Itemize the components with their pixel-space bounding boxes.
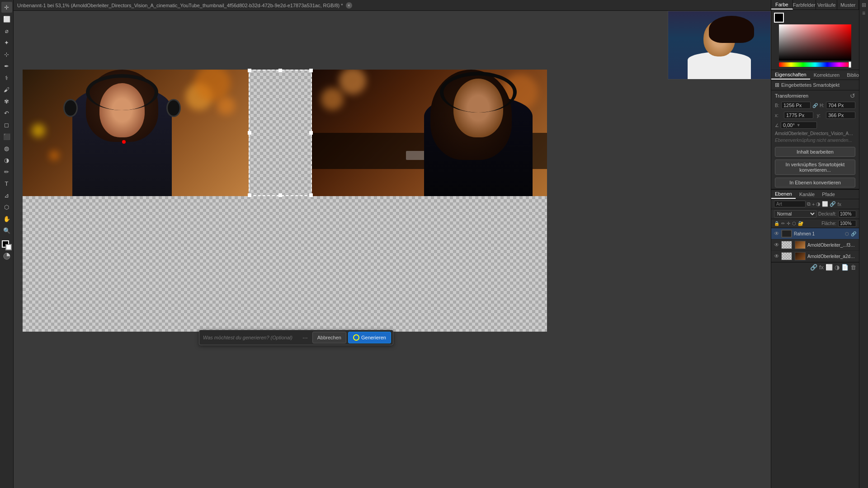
canvas-image-right — [312, 70, 547, 196]
gen-abbrechen-button[interactable]: Abbrechen — [312, 332, 346, 343]
handle-bm[interactable] — [278, 193, 282, 197]
lock-all-icon[interactable]: 🔐 — [798, 221, 803, 226]
gen-prompt-input[interactable] — [199, 335, 300, 340]
gen-generieren-button[interactable]: Generieren — [348, 332, 391, 343]
tool-marquee[interactable]: ⬜ — [1, 14, 12, 24]
woman-left-container — [59, 70, 185, 196]
tool-eraser[interactable]: ◻ — [1, 119, 12, 130]
foreground-color-swatch[interactable] — [774, 13, 784, 23]
angle-dropdown-icon[interactable]: ▼ — [797, 123, 801, 127]
tool-blur[interactable]: ◍ — [1, 143, 12, 154]
fg-bg-color-swatch[interactable] — [2, 240, 12, 250]
x-input[interactable] — [784, 112, 813, 119]
layer-thumb-img-1 — [795, 241, 806, 249]
convert-linked-button[interactable]: In verknüpftes Smartobjekt konvertieren.… — [775, 160, 855, 175]
gen-circle-icon — [353, 334, 359, 341]
gen-generieren-label: Generieren — [361, 335, 386, 340]
tool-history-brush[interactable]: ↶ — [1, 108, 12, 118]
tab-bibliotheken[interactable]: Bibliotheken — [843, 70, 859, 80]
mask-icon[interactable]: ⬜ — [822, 201, 828, 207]
canvas-board[interactable]: ··· Abbrechen Generieren — [23, 70, 547, 332]
tool-move[interactable]: ✛ — [1, 2, 12, 13]
height-input[interactable] — [826, 102, 855, 109]
transform-reset-button[interactable]: ↺ — [850, 92, 855, 99]
color-gradient-container[interactable] — [779, 24, 851, 65]
add-style-button[interactable]: fx — [819, 264, 824, 271]
handle-tm[interactable] — [278, 69, 282, 72]
fill-input[interactable] — [838, 220, 856, 227]
angle-input-container[interactable]: 0,00° ▼ — [781, 122, 817, 129]
tool-shape[interactable]: ⬡ — [1, 202, 12, 212]
tool-text[interactable]: T — [1, 178, 12, 189]
layer-item-2[interactable]: 👁 ArnoldOberleiter_a2d-f17873a531ac — [771, 251, 859, 262]
lock-pixels-icon[interactable]: ✏ — [781, 221, 785, 226]
new-layer-button[interactable]: 📄 — [841, 264, 849, 271]
layer-vis-icon-0[interactable]: 👁 — [774, 230, 779, 237]
tool-hand[interactable]: ✋ — [1, 213, 12, 224]
tab-farbe[interactable]: Farbe — [771, 0, 793, 9]
webcam-hair — [709, 16, 754, 43]
canvas-area[interactable]: ··· Abbrechen Generieren — [14, 11, 771, 488]
add-mask-button[interactable]: ⬜ — [826, 264, 833, 271]
tab-kanale[interactable]: Kanäle — [796, 190, 818, 199]
new-fill-layer-button[interactable]: ◑ — [835, 264, 840, 271]
tool-pen[interactable]: ✏ — [1, 166, 12, 177]
y-input[interactable] — [826, 112, 855, 119]
convert-layers-button[interactable]: In Ebenen konvertieren — [775, 178, 855, 188]
tab-pfade[interactable]: Pfade — [818, 190, 839, 199]
lock-artboard-icon[interactable]: ⬡ — [792, 221, 796, 226]
tab-korrekturen[interactable]: Korrekturen — [810, 70, 843, 80]
tool-path[interactable]: ⊿ — [1, 190, 12, 201]
gen-options-button[interactable]: ··· — [300, 332, 311, 343]
lock-transparent-icon[interactable]: 🔒 — [774, 221, 779, 226]
tool-zoom[interactable]: 🔍 — [1, 225, 12, 236]
lock-position-icon[interactable]: ✛ — [787, 221, 790, 226]
tab-ebenen[interactable]: Ebenen — [771, 190, 796, 199]
layer-effects-icon[interactable]: fx — [837, 202, 841, 207]
edit-content-button[interactable]: Inhalt bearbeiten — [775, 147, 855, 157]
tool-brush[interactable]: 🖌 — [1, 84, 12, 95]
layers-search-input[interactable] — [774, 201, 806, 207]
width-input[interactable] — [781, 102, 811, 109]
color-section: Farbe Farbfelder Verläufe Muster — [771, 0, 859, 70]
properties-tabs: Eigenschaften Korrekturen Bibliotheken — [771, 70, 859, 80]
layer-item-1[interactable]: 👁 ArnoldOberleiter_...f3e-7658fe030679 — [771, 239, 859, 251]
tab-muster[interactable]: Muster — [837, 0, 859, 9]
color-saturation-value[interactable] — [779, 24, 851, 61]
tool-crop[interactable]: ⊹ — [1, 49, 12, 60]
tab-verlaufe[interactable]: Verläufe — [816, 0, 838, 9]
layer-info-0: Rahmen 1 — [794, 231, 843, 236]
adjust-layer-icon[interactable]: ◑ — [816, 201, 821, 207]
layer-vis-icon-1[interactable]: 👁 — [774, 242, 779, 248]
tool-clone[interactable]: ✾ — [1, 96, 12, 107]
blend-mode-select[interactable]: Normal — [774, 210, 816, 218]
layer-thumb-2 — [781, 252, 792, 260]
tool-heal[interactable]: ⚕ — [1, 72, 12, 83]
delete-layer-button[interactable]: 🗑 — [850, 264, 856, 271]
tool-lasso[interactable]: ⌀ — [1, 25, 12, 36]
layer-vis-icon-2[interactable]: 👁 — [774, 253, 779, 259]
hue-slider[interactable] — [779, 62, 851, 67]
layer-name-2: ArnoldOberleiter_a2d-f17873a531ac — [807, 254, 856, 259]
link-aspect-icon[interactable]: 🔗 — [812, 103, 818, 108]
strip-icon-1[interactable]: ⊞ — [862, 2, 866, 8]
angle-value: 0,00° — [783, 122, 795, 128]
filter-icon[interactable]: ⧉ — [807, 201, 811, 207]
tool-eyedropper[interactable]: ✒ — [1, 61, 12, 71]
layer-item-rahmen1[interactable]: 👁 Rahmen 1 ⬡ 🔗 — [771, 228, 859, 239]
add-layer-icon[interactable]: + — [812, 202, 815, 207]
link-layers-button[interactable]: 🔗 — [810, 264, 817, 271]
hue-slider-thumb[interactable] — [849, 61, 851, 68]
headphone-cup-left — [63, 99, 78, 117]
color-picker-area — [771, 10, 859, 68]
opacity-input[interactable] — [838, 211, 856, 217]
tool-dodge[interactable]: ◑ — [1, 155, 12, 165]
tool-magic-wand[interactable]: ✦ — [1, 37, 12, 48]
tool-gradient[interactable]: ⬛ — [1, 131, 12, 142]
tool-quick-mask[interactable] — [2, 251, 12, 261]
link-layer-icon[interactable]: 🔗 — [830, 201, 836, 207]
tab-eigenschaften[interactable]: Eigenschaften — [771, 70, 810, 80]
strip-icon-2[interactable]: ≡ — [862, 10, 865, 16]
tab-farbfelder[interactable]: Farbfelder — [793, 0, 816, 9]
close-tab-button[interactable]: × — [346, 2, 352, 9]
